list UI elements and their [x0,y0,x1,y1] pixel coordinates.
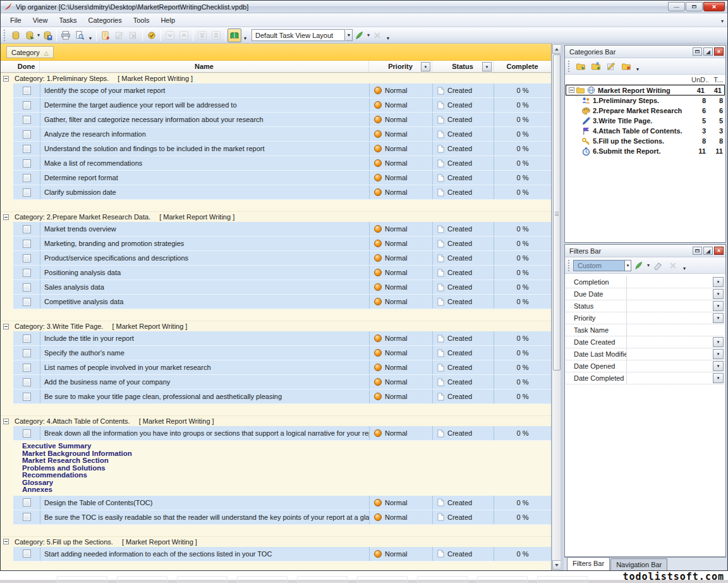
open-database-dropdown-icon[interactable]: ▾ [37,32,40,38]
done-checkbox[interactable] [23,298,31,306]
toolbar-overflow-icon[interactable]: ▾ [89,35,92,43]
category-row[interactable]: 4.Attach Table of Contents.33 [565,126,725,136]
filter-value[interactable] [626,300,713,312]
column-header-status[interactable]: Status ▼ [432,61,494,72]
task-view-button[interactable] [228,28,241,42]
priority-cell[interactable]: Normal [369,266,432,279]
group-header-row[interactable]: Category: 5.Fill up the Sections.[ Marke… [1,536,551,547]
filter-dropdown-button[interactable]: ▼ [713,313,724,323]
status-cell[interactable]: Created [432,266,494,279]
task-name[interactable]: Specify the author's name [40,346,369,360]
task-name[interactable]: Gather, filter and categorize necessary … [40,113,369,126]
done-checkbox[interactable] [23,549,31,558]
group-header-row[interactable]: Category: 3.Write Title Page.[ Market Re… [1,321,551,331]
task-name[interactable]: Start adding needed information to each … [40,547,369,561]
save-database-button[interactable] [40,28,54,42]
status-cell[interactable]: Created [432,142,494,156]
vertical-scrollbar[interactable] [552,44,561,570]
filters-restore-button[interactable] [693,247,702,255]
done-checkbox[interactable] [23,254,31,262]
task-name[interactable]: Include the title in your report [40,331,369,345]
filter-value[interactable] [626,312,713,324]
status-cell[interactable]: Created [432,346,494,360]
task-name[interactable]: Product/service specifications and descr… [40,251,369,265]
status-cell[interactable]: Created [432,156,494,170]
priority-cell[interactable]: Normal [369,510,432,524]
minimize-button[interactable]: — [668,2,685,11]
filter-value[interactable] [626,288,713,300]
task-name[interactable]: Market trends overview [40,222,369,236]
scrollbar-thumb[interactable] [553,54,561,371]
status-cell[interactable]: Created [432,222,494,236]
tab-navigation-bar[interactable]: Navigation Bar [610,558,667,570]
priority-cell[interactable]: Normal [369,83,432,97]
task-name[interactable]: Identify the scope of your market report [40,83,369,97]
done-checkbox[interactable] [23,429,31,438]
new-database-button[interactable] [9,28,23,42]
priority-cell[interactable]: Normal [369,346,432,360]
layout-combo[interactable]: Default Task View Layout [252,29,345,41]
priority-cell[interactable]: Normal [369,547,432,561]
done-checkbox[interactable] [23,513,31,521]
task-name[interactable]: Determine the target audience your repor… [40,98,369,112]
done-checkbox[interactable] [23,174,31,182]
priority-cell[interactable]: Normal [369,142,432,156]
collapse-tree-icon[interactable] [569,87,574,93]
status-cell[interactable]: Created [432,98,494,112]
status-cell[interactable]: Created [432,127,494,141]
collapse-group-icon[interactable] [3,419,9,424]
category-row[interactable]: 1.Preliminary Steps.88 [565,95,725,106]
done-checkbox[interactable] [23,498,31,506]
column-header-done[interactable]: Done [13,61,40,72]
restore-button[interactable] [686,2,703,11]
done-checkbox[interactable] [23,334,31,343]
column-header-name[interactable]: Name [40,61,369,72]
close-button[interactable]: ✕ [703,2,725,11]
task-name[interactable]: List names of people involved in your ma… [40,360,369,374]
category-root-row[interactable]: Market Report Writing4141 [566,85,725,95]
status-cell[interactable]: Created [432,236,494,250]
cat-new-button[interactable] [573,59,588,73]
toolbar-overflow-icon[interactable]: ▾ [244,35,246,43]
task-name[interactable]: Add the business name of your company [40,375,369,389]
status-cell[interactable]: Created [432,331,494,345]
priority-cell[interactable]: Normal [369,295,432,309]
priority-cell[interactable]: Normal [369,390,432,403]
menu-categories[interactable]: Categories [83,15,128,26]
filter-clear-button[interactable] [650,259,665,273]
group-by-chip[interactable]: Category △ [6,46,54,58]
filter-dropdown-button[interactable]: ▼ [713,337,724,347]
toolbar-overflow-icon[interactable]: ▾ [387,35,389,43]
status-cell[interactable]: Created [432,360,494,374]
scroll-up-button[interactable] [552,44,561,54]
task-name[interactable]: Sales analysis data [40,280,369,294]
priority-cell[interactable]: Normal [369,98,432,112]
task-name[interactable]: Analyze the research information [40,127,369,141]
filter-dropdown-button[interactable]: ▼ [713,373,724,383]
filter-value[interactable] [626,336,713,348]
menu-tasks[interactable]: Tasks [53,15,82,26]
column-header-complete[interactable]: Complete [494,61,551,72]
priority-cell[interactable]: Normal [369,426,432,440]
filters-pin-button[interactable]: ◢ [703,247,713,255]
print-button[interactable] [59,28,73,42]
menubar-overflow-icon[interactable]: ▾ [721,18,724,24]
task-name[interactable]: Make a list of recommendations [40,156,369,170]
done-checkbox[interactable] [23,101,31,109]
collapse-group-icon[interactable] [3,539,9,544]
priority-cell[interactable]: Normal [369,156,432,170]
filter-value[interactable] [626,348,713,360]
status-cell[interactable]: Created [432,113,494,126]
status-filter-dropdown[interactable]: ▼ [482,62,492,71]
filter-value[interactable] [626,360,713,372]
filter-preset-combo[interactable]: Custom [573,260,625,271]
group-header-row[interactable]: Category: 2.Prepare Market Research Data… [1,211,551,222]
group-header-row[interactable]: Category: 1.Preliminary Steps.[ Market R… [1,73,551,83]
task-name[interactable]: Marketing, branding and promotion strate… [40,236,369,250]
priority-cell[interactable]: Normal [369,360,432,374]
layout-combo-dropdown[interactable]: ▼ [346,29,353,41]
category-row[interactable]: 3.Write Title Page.55 [565,116,725,126]
collapse-group-icon[interactable] [3,214,9,220]
status-cell[interactable]: Created [432,83,494,97]
collapse-group-icon[interactable] [3,324,9,329]
